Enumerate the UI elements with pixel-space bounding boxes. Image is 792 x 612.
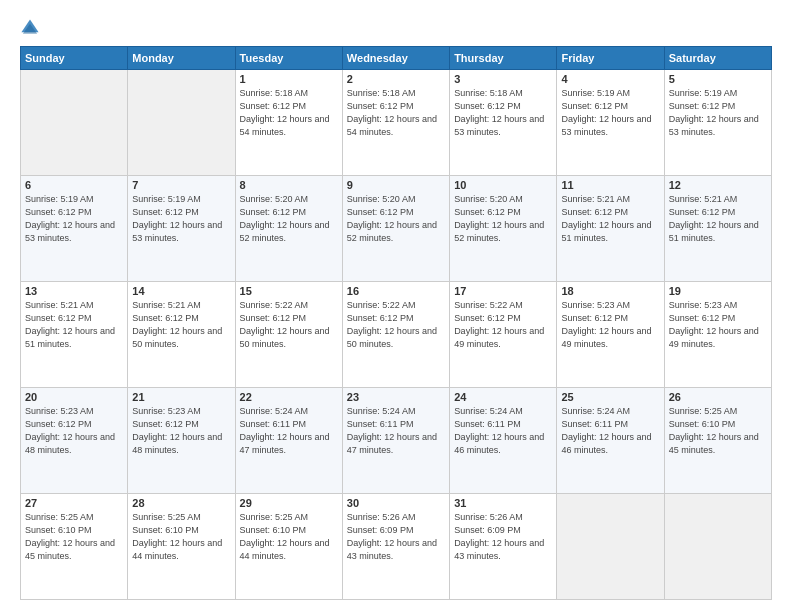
day-number: 10 — [454, 179, 552, 191]
page: SundayMondayTuesdayWednesdayThursdayFrid… — [0, 0, 792, 612]
calendar-cell: 6Sunrise: 5:19 AMSunset: 6:12 PMDaylight… — [21, 176, 128, 282]
day-number: 14 — [132, 285, 230, 297]
calendar-cell: 5Sunrise: 5:19 AMSunset: 6:12 PMDaylight… — [664, 70, 771, 176]
day-number: 19 — [669, 285, 767, 297]
day-number: 30 — [347, 497, 445, 509]
day-number: 2 — [347, 73, 445, 85]
day-info: Sunrise: 5:23 AMSunset: 6:12 PMDaylight:… — [25, 405, 123, 457]
calendar-cell: 18Sunrise: 5:23 AMSunset: 6:12 PMDayligh… — [557, 282, 664, 388]
day-number: 9 — [347, 179, 445, 191]
day-info: Sunrise: 5:26 AMSunset: 6:09 PMDaylight:… — [347, 511, 445, 563]
calendar-cell: 2Sunrise: 5:18 AMSunset: 6:12 PMDaylight… — [342, 70, 449, 176]
calendar-cell: 4Sunrise: 5:19 AMSunset: 6:12 PMDaylight… — [557, 70, 664, 176]
calendar-cell: 7Sunrise: 5:19 AMSunset: 6:12 PMDaylight… — [128, 176, 235, 282]
day-number: 1 — [240, 73, 338, 85]
day-number: 29 — [240, 497, 338, 509]
day-info: Sunrise: 5:25 AMSunset: 6:10 PMDaylight:… — [669, 405, 767, 457]
day-info: Sunrise: 5:18 AMSunset: 6:12 PMDaylight:… — [240, 87, 338, 139]
day-info: Sunrise: 5:19 AMSunset: 6:12 PMDaylight:… — [25, 193, 123, 245]
header — [20, 18, 772, 38]
day-number: 31 — [454, 497, 552, 509]
day-number: 16 — [347, 285, 445, 297]
calendar-cell — [664, 494, 771, 600]
day-info: Sunrise: 5:24 AMSunset: 6:11 PMDaylight:… — [347, 405, 445, 457]
day-info: Sunrise: 5:24 AMSunset: 6:11 PMDaylight:… — [561, 405, 659, 457]
day-info: Sunrise: 5:20 AMSunset: 6:12 PMDaylight:… — [347, 193, 445, 245]
day-number: 4 — [561, 73, 659, 85]
day-number: 17 — [454, 285, 552, 297]
day-info: Sunrise: 5:25 AMSunset: 6:10 PMDaylight:… — [132, 511, 230, 563]
calendar-week-3: 13Sunrise: 5:21 AMSunset: 6:12 PMDayligh… — [21, 282, 772, 388]
day-number: 25 — [561, 391, 659, 403]
day-info: Sunrise: 5:22 AMSunset: 6:12 PMDaylight:… — [347, 299, 445, 351]
calendar-cell: 16Sunrise: 5:22 AMSunset: 6:12 PMDayligh… — [342, 282, 449, 388]
calendar-cell: 17Sunrise: 5:22 AMSunset: 6:12 PMDayligh… — [450, 282, 557, 388]
weekday-header-monday: Monday — [128, 47, 235, 70]
day-info: Sunrise: 5:22 AMSunset: 6:12 PMDaylight:… — [454, 299, 552, 351]
calendar-cell: 3Sunrise: 5:18 AMSunset: 6:12 PMDaylight… — [450, 70, 557, 176]
calendar-cell: 1Sunrise: 5:18 AMSunset: 6:12 PMDaylight… — [235, 70, 342, 176]
day-info: Sunrise: 5:25 AMSunset: 6:10 PMDaylight:… — [240, 511, 338, 563]
day-number: 18 — [561, 285, 659, 297]
day-number: 12 — [669, 179, 767, 191]
day-info: Sunrise: 5:25 AMSunset: 6:10 PMDaylight:… — [25, 511, 123, 563]
day-info: Sunrise: 5:20 AMSunset: 6:12 PMDaylight:… — [454, 193, 552, 245]
day-number: 20 — [25, 391, 123, 403]
calendar-week-1: 1Sunrise: 5:18 AMSunset: 6:12 PMDaylight… — [21, 70, 772, 176]
calendar-header-row: SundayMondayTuesdayWednesdayThursdayFrid… — [21, 47, 772, 70]
day-number: 8 — [240, 179, 338, 191]
day-info: Sunrise: 5:22 AMSunset: 6:12 PMDaylight:… — [240, 299, 338, 351]
calendar-cell: 27Sunrise: 5:25 AMSunset: 6:10 PMDayligh… — [21, 494, 128, 600]
calendar-cell: 14Sunrise: 5:21 AMSunset: 6:12 PMDayligh… — [128, 282, 235, 388]
calendar-cell: 13Sunrise: 5:21 AMSunset: 6:12 PMDayligh… — [21, 282, 128, 388]
calendar-cell — [21, 70, 128, 176]
day-number: 23 — [347, 391, 445, 403]
day-info: Sunrise: 5:23 AMSunset: 6:12 PMDaylight:… — [132, 405, 230, 457]
weekday-header-thursday: Thursday — [450, 47, 557, 70]
calendar-cell — [557, 494, 664, 600]
calendar-cell: 9Sunrise: 5:20 AMSunset: 6:12 PMDaylight… — [342, 176, 449, 282]
day-number: 26 — [669, 391, 767, 403]
calendar-cell: 21Sunrise: 5:23 AMSunset: 6:12 PMDayligh… — [128, 388, 235, 494]
calendar-cell: 31Sunrise: 5:26 AMSunset: 6:09 PMDayligh… — [450, 494, 557, 600]
day-info: Sunrise: 5:19 AMSunset: 6:12 PMDaylight:… — [132, 193, 230, 245]
weekday-header-wednesday: Wednesday — [342, 47, 449, 70]
calendar-cell: 29Sunrise: 5:25 AMSunset: 6:10 PMDayligh… — [235, 494, 342, 600]
day-number: 24 — [454, 391, 552, 403]
day-info: Sunrise: 5:19 AMSunset: 6:12 PMDaylight:… — [561, 87, 659, 139]
day-number: 6 — [25, 179, 123, 191]
day-info: Sunrise: 5:19 AMSunset: 6:12 PMDaylight:… — [669, 87, 767, 139]
day-number: 13 — [25, 285, 123, 297]
calendar-cell: 25Sunrise: 5:24 AMSunset: 6:11 PMDayligh… — [557, 388, 664, 494]
calendar-cell: 12Sunrise: 5:21 AMSunset: 6:12 PMDayligh… — [664, 176, 771, 282]
weekday-header-sunday: Sunday — [21, 47, 128, 70]
day-info: Sunrise: 5:20 AMSunset: 6:12 PMDaylight:… — [240, 193, 338, 245]
calendar-cell: 26Sunrise: 5:25 AMSunset: 6:10 PMDayligh… — [664, 388, 771, 494]
calendar-week-2: 6Sunrise: 5:19 AMSunset: 6:12 PMDaylight… — [21, 176, 772, 282]
calendar-cell: 23Sunrise: 5:24 AMSunset: 6:11 PMDayligh… — [342, 388, 449, 494]
weekday-header-friday: Friday — [557, 47, 664, 70]
calendar-cell: 20Sunrise: 5:23 AMSunset: 6:12 PMDayligh… — [21, 388, 128, 494]
day-info: Sunrise: 5:21 AMSunset: 6:12 PMDaylight:… — [561, 193, 659, 245]
calendar-week-5: 27Sunrise: 5:25 AMSunset: 6:10 PMDayligh… — [21, 494, 772, 600]
calendar-cell: 30Sunrise: 5:26 AMSunset: 6:09 PMDayligh… — [342, 494, 449, 600]
weekday-header-tuesday: Tuesday — [235, 47, 342, 70]
day-info: Sunrise: 5:24 AMSunset: 6:11 PMDaylight:… — [240, 405, 338, 457]
day-number: 15 — [240, 285, 338, 297]
logo — [20, 18, 44, 38]
calendar-cell: 15Sunrise: 5:22 AMSunset: 6:12 PMDayligh… — [235, 282, 342, 388]
weekday-header-saturday: Saturday — [664, 47, 771, 70]
calendar-cell: 8Sunrise: 5:20 AMSunset: 6:12 PMDaylight… — [235, 176, 342, 282]
calendar-cell: 22Sunrise: 5:24 AMSunset: 6:11 PMDayligh… — [235, 388, 342, 494]
day-number: 5 — [669, 73, 767, 85]
day-number: 21 — [132, 391, 230, 403]
calendar-cell: 28Sunrise: 5:25 AMSunset: 6:10 PMDayligh… — [128, 494, 235, 600]
day-info: Sunrise: 5:24 AMSunset: 6:11 PMDaylight:… — [454, 405, 552, 457]
calendar-table: SundayMondayTuesdayWednesdayThursdayFrid… — [20, 46, 772, 600]
day-info: Sunrise: 5:21 AMSunset: 6:12 PMDaylight:… — [25, 299, 123, 351]
day-info: Sunrise: 5:21 AMSunset: 6:12 PMDaylight:… — [132, 299, 230, 351]
logo-icon — [20, 18, 40, 38]
day-info: Sunrise: 5:18 AMSunset: 6:12 PMDaylight:… — [347, 87, 445, 139]
day-info: Sunrise: 5:21 AMSunset: 6:12 PMDaylight:… — [669, 193, 767, 245]
day-number: 28 — [132, 497, 230, 509]
